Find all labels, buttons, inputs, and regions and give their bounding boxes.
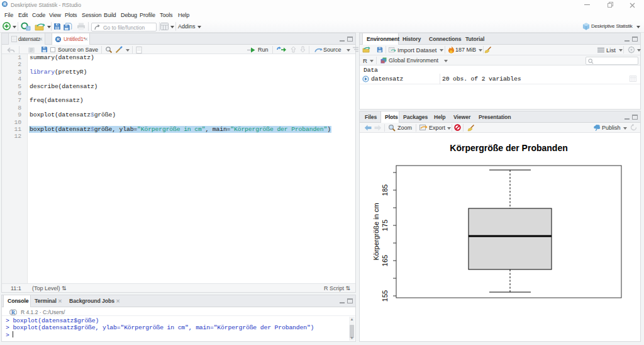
- svg-text:R: R: [57, 37, 60, 42]
- svg-text:Körpergröße der Probanden: Körpergröße der Probanden: [450, 143, 567, 153]
- svg-text:155: 155: [381, 290, 389, 302]
- svg-text:175: 175: [381, 220, 389, 231]
- svg-text:185: 185: [381, 184, 389, 196]
- svg-text:Körpergröße in cm: Körpergröße in cm: [372, 203, 380, 260]
- svg-text:165: 165: [381, 255, 389, 266]
- svg-text:R: R: [11, 310, 15, 315]
